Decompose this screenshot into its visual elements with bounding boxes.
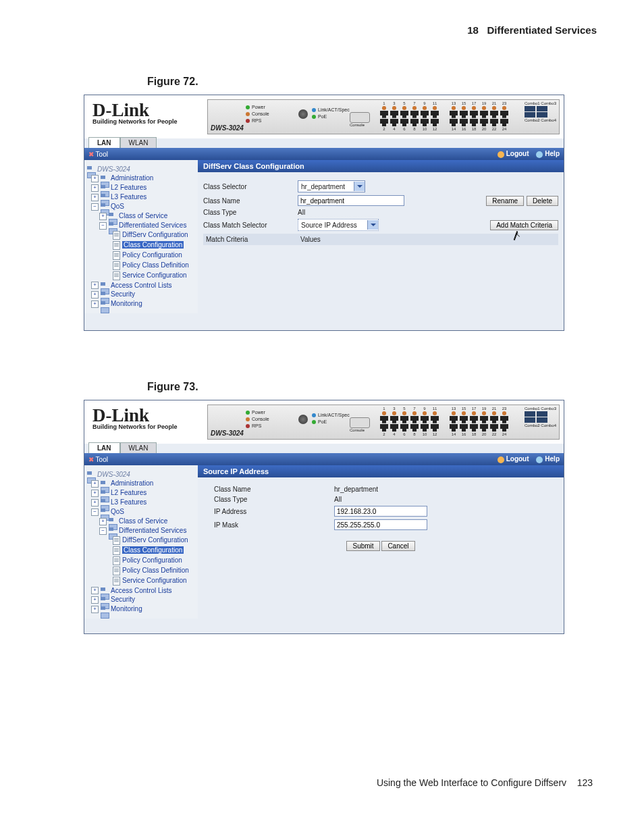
logout-link[interactable]: Logout — [498, 455, 529, 463]
link-leds: Link/ACT/Spec PoE — [312, 107, 350, 120]
class-type-value: All — [298, 209, 305, 216]
port-bank-1: 12 34 56 78 910 1112 — [380, 407, 439, 436]
figure-72-screenshot: D-Link Building Networks for People DWS-… — [84, 95, 564, 331]
match-criteria-col: Match Criteria — [203, 236, 300, 243]
tree-service-config[interactable]: Service Configuration — [87, 577, 195, 585]
fan-icon — [298, 109, 308, 119]
link-leds: Link/ACT/Spec PoE — [312, 412, 350, 425]
tree-root[interactable]: DWS-3024 — [87, 471, 195, 478]
content-panel: DiffServ Class Configuration Class Selec… — [198, 160, 564, 313]
tree-diffserv-config[interactable]: DiffServ Configuration — [87, 231, 195, 240]
class-selector-dropdown[interactable]: hr_department — [298, 180, 365, 192]
tree-administration[interactable]: +Administration — [87, 174, 195, 182]
help-link[interactable]: Help — [536, 455, 560, 463]
console-label: Console — [350, 123, 365, 127]
tree-class-of-service[interactable]: +Class of Service — [87, 517, 195, 525]
tab-wlan[interactable]: WLAN — [120, 137, 157, 148]
combo-row-2: Combo2 Combo4 — [525, 423, 556, 427]
class-name-input[interactable] — [298, 195, 404, 206]
fan-icon — [298, 415, 308, 424]
tree-acl[interactable]: +Access Control Lists — [87, 587, 195, 595]
tool-menu[interactable]: Tool — [96, 151, 108, 158]
tree-l2-features[interactable]: +L2 Features — [87, 489, 195, 497]
tree-diffserv[interactable]: −Differentiated Services — [87, 221, 195, 230]
tree-security[interactable]: +Security — [87, 596, 195, 604]
tree-l3-features[interactable]: +L3 Features — [87, 498, 195, 506]
cancel-button[interactable]: Cancel — [381, 541, 414, 551]
tree-class-config[interactable]: Class Configuration — [87, 546, 195, 555]
help-link[interactable]: Help — [536, 150, 560, 157]
page-number: 123 — [577, 777, 593, 788]
tree-l2-features[interactable]: +L2 Features — [87, 184, 195, 192]
tree-class-config[interactable]: Class Configuration — [87, 241, 195, 250]
tab-lan[interactable]: LAN — [88, 442, 120, 453]
tree-qos[interactable]: −QoS — [87, 508, 195, 516]
tree-administration[interactable]: +Administration — [87, 479, 195, 488]
port-bank-2: 1314 1516 1718 1920 2122 2324 — [450, 101, 508, 131]
logout-link[interactable]: Logout — [498, 150, 529, 157]
tree-acl[interactable]: +Access Control Lists — [87, 282, 195, 290]
tree-service-config[interactable]: Service Configuration — [87, 271, 195, 280]
figure-73-caption: Figure 73. — [147, 381, 198, 393]
port-bank-1: 12 34 56 78 910 1112 — [380, 101, 439, 131]
panel-title: Source IP Address — [198, 465, 564, 477]
chapter-title: Differentiated Services — [487, 24, 597, 36]
class-match-selector-label: Class Match Selector — [203, 221, 298, 229]
rps-led: RPS — [246, 423, 269, 429]
class-name-value: hr_department — [334, 486, 378, 493]
figure-73-screenshot: D-Link Building Networks for People DWS-… — [84, 400, 564, 634]
brand-name: D-Link — [92, 407, 199, 423]
add-match-criteria-button[interactable]: Add Match Criteria — [490, 220, 558, 230]
tree-class-of-service[interactable]: +Class of Service — [87, 212, 195, 220]
tab-wlan[interactable]: WLAN — [120, 442, 157, 453]
toolbar: ✖ Tool Logout Help — [84, 453, 564, 465]
class-name-label: Class Name — [203, 486, 334, 493]
ip-address-input[interactable] — [334, 506, 427, 517]
tree-root[interactable]: DWS-3024 — [87, 165, 195, 173]
poe-led: PoE — [312, 419, 350, 425]
device-model: DWS-3024 — [211, 124, 244, 132]
delete-button[interactable]: Delete — [527, 196, 558, 206]
console-label: Console — [350, 428, 365, 432]
chevron-down-icon — [354, 182, 365, 191]
poe-led: PoE — [312, 113, 350, 120]
tree-l3-features[interactable]: +L3 Features — [87, 193, 195, 201]
class-selector-label: Class Selector — [203, 183, 298, 190]
console-led: Console — [246, 416, 269, 423]
tree-diffserv-config[interactable]: DiffServ Configuration — [87, 536, 195, 545]
class-type-label: Class Type — [203, 209, 298, 216]
console-led: Console — [246, 111, 269, 118]
tree-monitoring[interactable]: +Monitoring — [87, 605, 195, 613]
content-panel: Source IP Address Class Name hr_departme… — [198, 465, 564, 619]
device-front-panel: DWS-3024 Power Console RPS Link/ACT/Spec… — [207, 99, 560, 134]
tree-qos[interactable]: −QoS — [87, 203, 195, 211]
device-front-panel: DWS-3024 Power Console RPS Link/ACT/Spec… — [207, 405, 560, 440]
combo-ports: Combo1 Combo3 Combo2 Combo4 — [525, 407, 556, 428]
status-leds: Power Console RPS — [246, 409, 269, 429]
chevron-down-icon — [367, 220, 378, 230]
port-bank-2: 1314 1516 1718 1920 2122 2324 — [450, 407, 508, 436]
tree-policy-config[interactable]: Policy Configuration — [87, 251, 195, 260]
tree-policy-config[interactable]: Policy Configuration — [87, 556, 195, 565]
tool-menu[interactable]: Tool — [96, 456, 108, 463]
status-leds: Power Console RPS — [246, 104, 269, 124]
ip-mask-input[interactable] — [334, 519, 427, 530]
tab-lan[interactable]: LAN — [88, 137, 120, 148]
submit-button[interactable]: Submit — [346, 541, 379, 551]
link-act-led: Link/ACT/Spec — [312, 412, 350, 419]
criteria-header-row: Match Criteria Values — [203, 234, 558, 245]
combo-ports: Combo1 Combo3 Combo2 Combo4 — [525, 101, 556, 123]
page-footer: Using the Web Interface to Configure Dif… — [377, 777, 593, 788]
tree-policy-class-def[interactable]: Policy Class Definition — [87, 567, 195, 575]
tree-policy-class-def[interactable]: Policy Class Definition — [87, 261, 195, 270]
brand-tagline: Building Networks for People — [92, 118, 199, 125]
tree-monitoring[interactable]: +Monitoring — [87, 300, 195, 308]
brand-tagline: Building Networks for People — [92, 423, 199, 430]
tree-diffserv[interactable]: −Differentiated Services — [87, 527, 195, 535]
tree-security[interactable]: +Security — [87, 290, 195, 298]
chapter-number: 18 — [467, 24, 479, 36]
class-match-selector-dropdown[interactable]: Source IP Address — [298, 219, 379, 231]
power-led: Power — [246, 409, 269, 416]
combo-row-1: Combo1 Combo3 — [525, 407, 556, 411]
rename-button[interactable]: Rename — [486, 196, 524, 206]
